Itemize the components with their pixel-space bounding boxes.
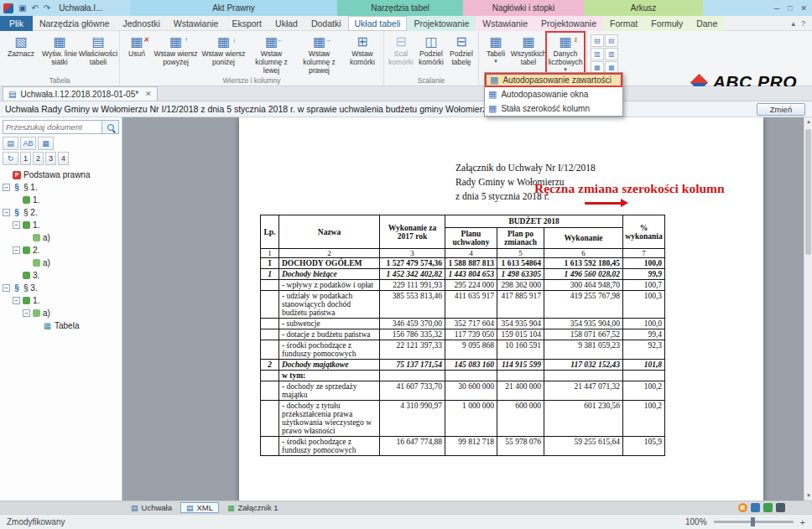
menu-item-1[interactable]: ▦Autodopasowanie okna — [485, 87, 622, 101]
search-input[interactable] — [3, 120, 102, 134]
table-cell[interactable]: 1 527 479 574,36 — [380, 258, 445, 269]
show-gridlines-button[interactable]: ▦ Wyśw. linie siatki — [40, 32, 79, 74]
table-cell[interactable]: - dotacje z budżetu państwa — [279, 329, 380, 340]
table-cell[interactable]: I — [261, 258, 279, 269]
table-cell[interactable]: - wpływy z podatków i opłat — [279, 280, 380, 291]
table-cell[interactable] — [261, 319, 279, 329]
badge-icon-blue[interactable] — [751, 503, 760, 512]
table-cell[interactable]: 229 111 991,93 — [380, 280, 445, 291]
ribbon-tab-9[interactable]: Wstawianie — [476, 16, 534, 31]
autofit-table-button[interactable]: ▦ Tabeli ▾ — [481, 32, 511, 74]
table-cell[interactable]: 4 310 990,97 — [380, 401, 445, 437]
table-row[interactable]: - dochody ze sprzedaży majątku41 607 733… — [261, 381, 665, 401]
merge-cells-button[interactable]: ⊟ Scal komórki — [386, 32, 416, 74]
expand-level-4-button[interactable]: 4 — [58, 152, 69, 165]
table-cell[interactable] — [445, 371, 497, 381]
vertical-scrollbar[interactable]: ▲ ▼ — [804, 117, 812, 500]
tree-item-12[interactable]: ▦Tabela — [0, 319, 122, 332]
table-cell[interactable] — [380, 371, 445, 381]
table-cell[interactable]: 75 137 171,54 — [380, 360, 445, 371]
table-cell[interactable]: 346 459 370,00 — [380, 319, 445, 329]
badge-icon-green[interactable] — [763, 503, 773, 512]
table-header-plan-po-zmianach[interactable]: Plan po zmianach — [497, 228, 544, 249]
table-cell[interactable]: 419 255 767,98 — [544, 291, 623, 319]
table-header-wykonanie[interactable]: Wykonanie — [544, 228, 623, 249]
tree-item-6[interactable]: −2. — [0, 244, 122, 257]
table-cell[interactable]: Dochody bieżące — [279, 269, 380, 280]
table-cell[interactable]: 145 083 160 — [445, 360, 497, 371]
table-row[interactable]: - subwencje346 459 370,00352 717 604354 … — [261, 319, 665, 329]
collapse-toggle-icon[interactable]: − — [13, 221, 20, 229]
bottom-tab-0[interactable]: ▤Uchwała — [126, 502, 177, 513]
budget-table[interactable]: Lp. Nazwa Wykonanie za 2017 rok BUDŻET 2… — [260, 215, 665, 456]
collapse-toggle-icon[interactable]: − — [3, 284, 10, 292]
table-cell[interactable]: 41 607 733,70 — [380, 381, 445, 401]
collapse-toggle-icon[interactable]: − — [13, 246, 20, 254]
ribbon-tab-6[interactable]: Dodatki — [304, 16, 348, 31]
bottom-tab-1[interactable]: ▤XML — [180, 502, 219, 513]
table-cell[interactable] — [497, 371, 544, 381]
table-cell[interactable]: 1 613 54864 — [497, 258, 544, 269]
table-cell[interactable]: - środki pochodzące z funduszy pomocowyc… — [279, 437, 380, 456]
table-cell[interactable]: 100,3 — [623, 291, 665, 319]
scroll-up-icon[interactable]: ▲ — [804, 117, 812, 127]
table-cell[interactable]: 1 588 887 813 — [445, 258, 497, 269]
table-cell[interactable]: 105,9 — [623, 437, 665, 456]
tree-item-9[interactable]: −§§ 3. — [0, 282, 122, 294]
expand-level-2-button[interactable]: 2 — [33, 152, 44, 165]
collapse-toggle-icon[interactable]: − — [23, 309, 30, 317]
ribbon-tab-10[interactable]: Projektowanie — [534, 16, 603, 31]
table-cell[interactable]: 22 121 397,33 — [380, 340, 445, 360]
table-cell[interactable]: 99 812 718 — [445, 437, 497, 456]
table-cell[interactable]: 1 443 804 653 — [445, 269, 497, 280]
collapse-toggle-icon[interactable]: − — [13, 297, 20, 304]
table-row[interactable]: - środki pochodzące z funduszy pomocowyc… — [261, 437, 665, 456]
table-cell[interactable] — [544, 371, 623, 381]
table-cell[interactable]: 117 032 152,43 — [544, 360, 623, 371]
table-cell[interactable]: 300 464 948,70 — [544, 280, 623, 291]
search-button[interactable] — [102, 120, 119, 134]
tree-item-10[interactable]: −1. — [0, 294, 122, 307]
ribbon-tab-5[interactable]: Układ — [268, 16, 304, 31]
menu-item-2[interactable]: ▦Stała szerokość kolumn — [485, 101, 622, 116]
tree-item-4[interactable]: −1. — [0, 219, 122, 231]
table-row[interactable]: - dotacje z budżetu państwa156 786 335,3… — [261, 329, 665, 340]
menu-item-0[interactable]: ▦Autodopasowanie zawartości — [485, 73, 622, 87]
table-row[interactable]: w tym: — [261, 371, 665, 381]
table-cell[interactable] — [623, 371, 665, 381]
document-tab[interactable]: ▤ Uchwała.I.12.2018.2018-01-05* ✕ — [3, 86, 158, 101]
zoom-in-icon[interactable]: + — [800, 517, 805, 527]
maximize-icon[interactable]: □ — [788, 4, 792, 13]
table-cell[interactable]: 352 717 604 — [445, 319, 497, 329]
table-cell[interactable]: 101,8 — [623, 360, 665, 371]
table-cell[interactable]: 1 613 592 180,45 — [544, 258, 623, 269]
table-cell[interactable] — [261, 401, 279, 437]
insert-row-above-button[interactable]: ▦↑ Wstaw wiersz powyżej — [152, 32, 200, 74]
table-row[interactable]: - udziały w podatkach stanowiących dochó… — [261, 291, 665, 319]
tree-item-7[interactable]: a) — [0, 257, 122, 269]
table-cell[interactable]: 114 915 599 — [497, 360, 544, 371]
expand-level-3-button[interactable]: 3 — [45, 152, 56, 165]
insert-column-right-button[interactable]: ▦→ Wstaw kolumnę z prawej — [295, 32, 343, 75]
table-cell[interactable] — [261, 381, 279, 401]
table-cell[interactable]: w tym: — [279, 371, 380, 381]
table-row[interactable]: - wpływy z podatków i opłat229 111 991,9… — [261, 280, 665, 291]
help-icon[interactable]: ? — [801, 19, 805, 28]
close-icon[interactable]: ✕ — [800, 4, 807, 13]
ribbon-tab-12[interactable]: Formuły — [644, 16, 690, 31]
refresh-button[interactable]: ↻ — [3, 152, 18, 165]
table-cell[interactable]: 10 160 591 — [497, 340, 544, 360]
table-cell[interactable] — [261, 340, 279, 360]
table-cell[interactable]: 30 600 000 — [445, 381, 497, 401]
ribbon-tab-1[interactable]: Narzędzia główne — [33, 16, 116, 31]
table-cell[interactable]: 354 935 904 — [497, 319, 544, 329]
ribbon-tab-8[interactable]: Projektowanie — [407, 16, 476, 31]
scrollbar-thumb[interactable] — [805, 129, 811, 255]
table-cell[interactable]: 21 447 071,32 — [544, 381, 623, 401]
table-row[interactable]: 1Dochody bieżące1 452 342 402,821 443 80… — [261, 269, 665, 280]
table-cell[interactable]: 100,2 — [623, 401, 665, 437]
align-cell-button-4[interactable]: ▥ — [605, 48, 618, 60]
table-cell[interactable]: 100,0 — [623, 258, 665, 269]
ribbon-tab-7[interactable]: Układ tabeli — [348, 16, 408, 31]
document-view-button[interactable]: ▦ — [38, 137, 54, 150]
